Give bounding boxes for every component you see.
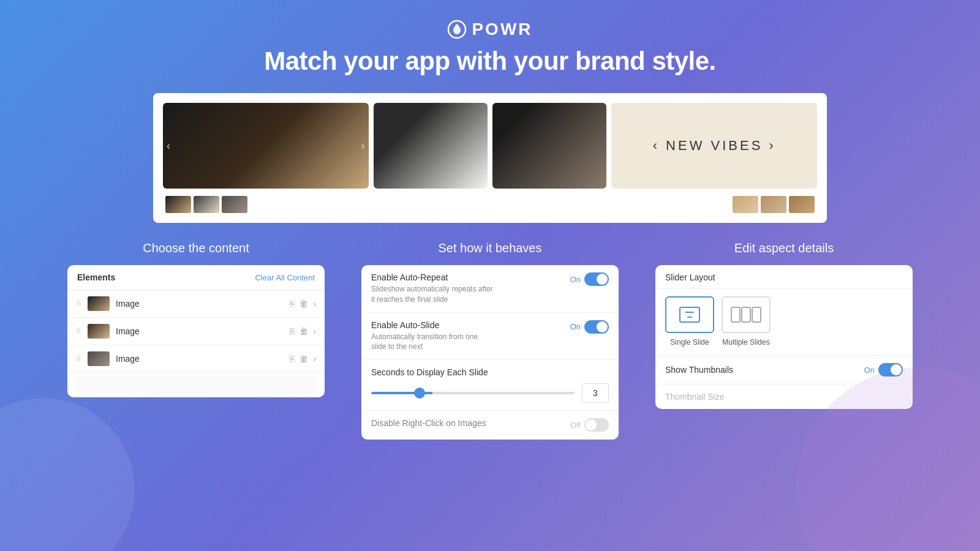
element-actions-2: ⎘ 🗑 › bbox=[290, 326, 316, 336]
slider-input-row: 3 bbox=[371, 383, 609, 403]
auto-repeat-toggle[interactable] bbox=[584, 272, 609, 286]
svg-rect-2 bbox=[680, 307, 699, 322]
new-vibes-text: ‹ NEW VIBES › bbox=[653, 138, 776, 154]
logo-text: POWR bbox=[472, 20, 532, 39]
auto-repeat-desc: Slideshow automatically repeats after it… bbox=[371, 284, 494, 305]
thumbnails-toggle-label: On bbox=[864, 365, 875, 375]
auto-repeat-toggle-label: On bbox=[570, 275, 581, 284]
logo: POWR bbox=[0, 20, 980, 39]
thumbnail-1[interactable] bbox=[165, 196, 191, 213]
column-content-title: Choose the content bbox=[67, 241, 325, 255]
slide-duration-slider[interactable] bbox=[371, 392, 575, 394]
svg-rect-5 bbox=[731, 307, 740, 322]
delete-icon-3[interactable]: 🗑 bbox=[300, 354, 308, 364]
clear-all-link[interactable]: Clear All Content bbox=[255, 273, 315, 282]
multiple-slides-icon bbox=[731, 306, 761, 323]
powr-logo-icon bbox=[447, 20, 467, 39]
preview-slides-row: ‹ › ‹ NEW VIBES › bbox=[163, 103, 817, 189]
copy-icon-3[interactable]: ⎘ bbox=[290, 354, 295, 364]
thumbnail-5[interactable] bbox=[761, 196, 786, 213]
delete-icon-2[interactable]: 🗑 bbox=[300, 326, 308, 336]
auto-slide-text: Enable Auto-Slide Automatically transiti… bbox=[371, 320, 494, 353]
auto-slide-title: Enable Auto-Slide bbox=[371, 320, 494, 330]
content-panel-header: Elements Clear All Content bbox=[67, 265, 325, 290]
chevron-icon-2[interactable]: › bbox=[313, 326, 316, 336]
disable-rightclick-toggle-label: Off bbox=[570, 421, 581, 430]
thumbnails-label: Show Thumbnails bbox=[665, 365, 733, 375]
element-label-3: Image bbox=[116, 354, 284, 364]
auto-slide-toggle-label: On bbox=[570, 322, 581, 331]
column-aspect: Edit aspect details Slider Layout Single… bbox=[655, 241, 913, 440]
preview-section: ‹ › ‹ NEW VIBES › bbox=[0, 93, 980, 223]
slider-layout-label: Slider Layout bbox=[655, 265, 913, 289]
layout-option-single[interactable]: Single Slide bbox=[665, 296, 714, 347]
right-thumbs bbox=[733, 196, 815, 213]
layout-option-single-label: Single Slide bbox=[670, 338, 709, 347]
layout-option-multiple[interactable]: Multiple Slides bbox=[722, 296, 771, 347]
thumbnails-toggle[interactable] bbox=[878, 363, 903, 377]
element-row-1: ⠿ Image ⎘ 🗑 › bbox=[67, 290, 325, 318]
preview-slide-4: ‹ NEW VIBES › bbox=[611, 103, 817, 189]
content-panel: Elements Clear All Content ⠿ Image ⎘ 🗑 ›… bbox=[67, 265, 325, 397]
slide-prev-arrow[interactable]: ‹ bbox=[167, 140, 170, 152]
header: POWR Match your app with your brand styl… bbox=[0, 0, 980, 88]
preview-slide-1: ‹ › bbox=[163, 103, 369, 189]
single-slide-icon bbox=[679, 306, 701, 323]
layout-option-single-box bbox=[665, 296, 714, 333]
auto-repeat-row: Enable Auto-Repeat Slideshow automatical… bbox=[361, 265, 619, 313]
layout-option-multiple-box bbox=[722, 296, 771, 333]
element-label-1: Image bbox=[116, 299, 284, 309]
thumbnail-4[interactable] bbox=[733, 196, 758, 213]
element-label-2: Image bbox=[116, 326, 284, 336]
thumbnails-toggle-group: On bbox=[864, 363, 903, 377]
copy-icon-1[interactable]: ⎘ bbox=[290, 299, 295, 309]
drag-handle-1[interactable]: ⠿ bbox=[76, 299, 81, 308]
aspect-panel: Slider Layout Single Slide bbox=[655, 265, 913, 409]
element-thumb-2 bbox=[88, 324, 110, 339]
drag-handle-3[interactable]: ⠿ bbox=[76, 354, 81, 363]
delete-icon-1[interactable]: 🗑 bbox=[300, 299, 308, 309]
preview-thumbnails-row bbox=[163, 196, 817, 213]
drag-handle-2[interactable]: ⠿ bbox=[76, 327, 81, 335]
thumbnail-6[interactable] bbox=[789, 196, 815, 213]
preview-container: ‹ › ‹ NEW VIBES › bbox=[153, 93, 827, 223]
behavior-panel: Enable Auto-Repeat Slideshow automatical… bbox=[361, 265, 619, 440]
column-behavior-title: Set how it behaves bbox=[361, 241, 619, 255]
element-actions-3: ⎘ 🗑 › bbox=[290, 354, 316, 364]
slide-duration-title: Seconds to Display Each Slide bbox=[371, 367, 609, 377]
column-content: Choose the content Elements Clear All Co… bbox=[67, 241, 325, 440]
slide-next-arrow[interactable]: › bbox=[361, 140, 365, 152]
disable-rightclick-title: Disable Right-Click on Images bbox=[371, 418, 486, 428]
left-thumbs bbox=[165, 196, 247, 213]
thumbnail-2[interactable] bbox=[194, 196, 219, 213]
auto-slide-desc: Automatically transition from one slide … bbox=[371, 332, 494, 353]
auto-repeat-title: Enable Auto-Repeat bbox=[371, 272, 494, 282]
element-thumb-3 bbox=[88, 351, 110, 366]
copy-icon-2[interactable]: ⎘ bbox=[290, 326, 295, 336]
chevron-icon-3[interactable]: › bbox=[313, 354, 316, 364]
column-behavior: Set how it behaves Enable Auto-Repeat Sl… bbox=[361, 241, 619, 440]
element-thumb-1 bbox=[88, 296, 110, 311]
svg-rect-6 bbox=[742, 307, 750, 322]
bottom-section: Choose the content Elements Clear All Co… bbox=[0, 241, 980, 440]
disable-rightclick-text: Disable Right-Click on Images bbox=[371, 418, 486, 430]
auto-slide-row: Enable Auto-Slide Automatically transiti… bbox=[361, 313, 619, 361]
auto-slide-toggle-group: On bbox=[570, 320, 609, 334]
thumbnail-size-row: Thumbnail Size bbox=[655, 384, 913, 409]
element-row-partial bbox=[67, 373, 325, 397]
preview-slide-2 bbox=[374, 103, 488, 189]
element-actions-1: ⎘ 🗑 › bbox=[290, 299, 316, 309]
layout-option-multiple-label: Multiple Slides bbox=[722, 338, 769, 347]
chevron-icon-1[interactable]: › bbox=[313, 299, 316, 309]
auto-repeat-text: Enable Auto-Repeat Slideshow automatical… bbox=[371, 272, 494, 305]
auto-repeat-toggle-group: On bbox=[570, 272, 609, 286]
disable-rightclick-toggle-group: Off bbox=[570, 418, 609, 432]
slide-duration-value: 3 bbox=[582, 383, 609, 403]
auto-slide-toggle[interactable] bbox=[584, 320, 609, 334]
thumbnail-3[interactable] bbox=[222, 196, 247, 213]
preview-slide-3 bbox=[492, 103, 606, 189]
elements-label: Elements bbox=[77, 272, 115, 282]
disable-rightclick-toggle[interactable] bbox=[584, 418, 609, 432]
thumbnail-size-label: Thumbnail Size bbox=[665, 392, 725, 402]
slide-duration-row: Seconds to Display Each Slide 3 bbox=[361, 360, 619, 411]
